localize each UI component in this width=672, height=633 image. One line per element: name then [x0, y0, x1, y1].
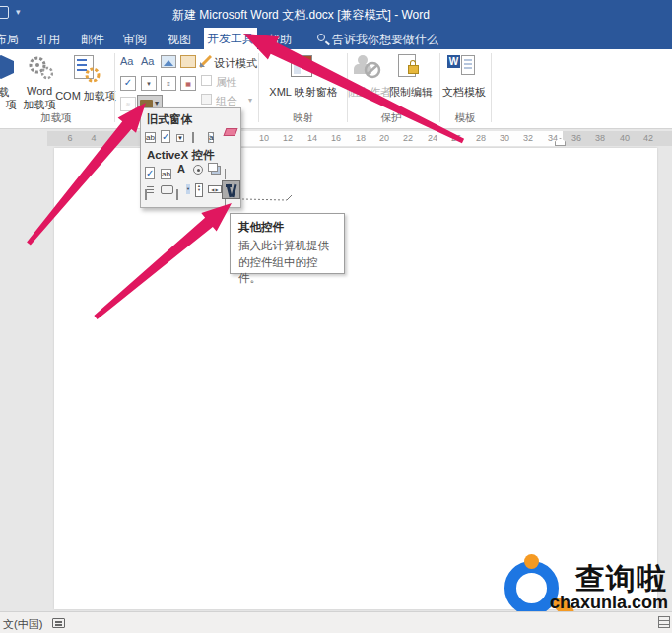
ruler-number: 42 — [641, 133, 655, 143]
properties-icon — [201, 75, 212, 86]
title-bar: ▾ 新建 Microsoft Word 文档.docx [兼容模式] - Wor… — [0, 0, 672, 28]
ruler-number: 20 — [377, 133, 391, 143]
form-field-shading-button[interactable]: a — [208, 126, 223, 141]
design-mode-button[interactable]: 设计模式 — [199, 55, 256, 70]
tab-mailings[interactable]: 邮件 — [81, 32, 104, 48]
building-block-gallery-button[interactable] — [180, 55, 196, 68]
repeating-section-control-button[interactable]: ≋ — [120, 97, 136, 111]
tab-layout[interactable]: 布局 — [0, 32, 19, 48]
dropdown-list-control-button[interactable]: ≡ — [161, 76, 176, 91]
activex-scrollbar-horizontal-button[interactable]: ◀ ▶ — [208, 185, 223, 200]
document-template-label: 文档模板 — [439, 85, 489, 100]
activex-checkbox-button[interactable]: ✓ — [145, 163, 160, 177]
picture-control-button[interactable] — [161, 55, 176, 68]
design-mode-icon — [199, 55, 212, 68]
date-picker-control-button[interactable]: ▦ — [180, 76, 196, 91]
activex-command-button[interactable] — [161, 185, 175, 200]
status-bar: 文(中国) — [0, 611, 672, 633]
activex-combobox-button[interactable]: ▼ — [176, 183, 191, 198]
ribbon-developer: 载 项 Word 加载项 COM 加载项 加载项 Aa Aa ✓ ▼ ≡ ▦ ≋… — [0, 49, 672, 129]
group-separator — [258, 53, 259, 122]
ruler-number: 6 — [63, 133, 77, 143]
checkbox-control-button[interactable]: ✓ — [120, 76, 136, 91]
word-addins-button[interactable]: Word 加载项 — [21, 53, 58, 114]
group-button[interactable]: 组合 ▾ — [201, 93, 258, 107]
tab-developer[interactable]: 开发工具 — [204, 28, 257, 49]
more-controls-tooltip: 其他控件 插入此计算机提供的控件组中的控件。 — [230, 213, 345, 274]
block-authors-prohibit-icon — [364, 61, 381, 79]
com-addins-button[interactable]: COM 加载项 — [59, 53, 112, 114]
ruler-number: 10 — [257, 133, 271, 143]
reset-form-fields-eraser-icon[interactable] — [225, 128, 239, 143]
ruler-number: 40 — [618, 133, 632, 143]
activex-scrollbar-vertical-button[interactable]: ▲▼ — [192, 183, 207, 198]
addins-group-label: 加载项 — [25, 111, 88, 125]
ruler-number: 14 — [305, 133, 319, 143]
group-label-text: 组合 — [216, 94, 237, 108]
document-template-button[interactable]: W 文档模板 — [441, 53, 487, 114]
com-addins-gear-icon — [85, 67, 101, 83]
window-title: 新建 Microsoft Word 文档.docx [兼容模式] - Word — [172, 7, 430, 24]
combo-box-control-button[interactable]: ▼ — [141, 76, 157, 91]
activex-image-button[interactable] — [208, 163, 223, 177]
quick-access-caret-icon[interactable]: ▾ — [16, 7, 21, 17]
watermark-domain: chaxunla.com — [550, 593, 668, 613]
xml-mapping-icon — [291, 55, 312, 77]
word-addins-gears-icon — [28, 55, 53, 81]
xml-mapping-pane-button[interactable]: XML 映射窗格 — [262, 53, 345, 114]
tab-help[interactable]: 帮助 — [268, 32, 292, 48]
com-addins-label: COM 加载项 — [53, 89, 118, 104]
text-form-field-button[interactable]: ab — [145, 126, 160, 141]
status-grid-icon[interactable] — [658, 616, 670, 628]
xml-mapping-label: XML 映射窗格 — [262, 85, 345, 100]
protect-group-label: 保护 — [370, 111, 413, 125]
ruler-number: 30 — [498, 133, 511, 143]
legacy-forms-header: 旧式窗体 — [147, 112, 192, 127]
search-icon — [317, 34, 325, 41]
properties-button[interactable]: 属性 — [201, 74, 258, 89]
activex-spin-button[interactable]: ▲▼ — [225, 163, 239, 177]
more-controls-button[interactable] — [225, 183, 239, 198]
watermark-logo-dot-icon — [524, 554, 539, 569]
ruler-number: 24 — [426, 133, 439, 143]
activex-option-button[interactable] — [193, 165, 208, 179]
block-authors-button[interactable]: 阻止作者 — [350, 53, 389, 114]
tab-review[interactable]: 审阅 — [123, 32, 147, 48]
tooltip-body: 插入此计算机提供的控件组中的控件。 — [238, 238, 339, 287]
restrict-editing-button[interactable]: 限制编辑 — [386, 53, 436, 114]
group-icon — [201, 94, 212, 105]
ruler-number: 26 — [449, 133, 463, 143]
template-doc-icon — [461, 55, 475, 75]
word-logo-icon: W — [447, 55, 460, 68]
restrict-editing-lock-icon — [408, 65, 419, 74]
ruler-number: 2 — [111, 133, 125, 143]
rich-text-control-button[interactable]: Aa — [120, 55, 133, 67]
insert-frame-button[interactable] — [192, 126, 207, 141]
activex-controls-header: ActiveX 控件 — [147, 148, 214, 163]
design-mode-label: 设计模式 — [214, 56, 257, 71]
group-separator — [491, 53, 492, 122]
dropdown-form-field-button[interactable]: ▼ — [176, 126, 191, 141]
tooltip-title: 其他控件 — [238, 220, 284, 235]
legacy-tools-caret-icon: ▾ — [155, 99, 159, 107]
activex-listbox-button[interactable] — [145, 183, 160, 198]
group-caret-icon: ▾ — [248, 96, 252, 105]
activex-textbox-button[interactable]: ab — [161, 163, 175, 177]
keyboard-input-icon[interactable] — [52, 618, 65, 628]
tab-view[interactable]: 视图 — [168, 32, 191, 48]
addins-store-label-2: 项 — [0, 98, 20, 112]
activex-label-button[interactable]: A — [177, 163, 192, 177]
tell-me-search[interactable]: 告诉我你想要做什么 — [332, 32, 438, 48]
quick-access-save-icon[interactable] — [0, 6, 9, 19]
checkbox-form-field-button[interactable]: ✓ — [161, 126, 175, 141]
addins-store-button[interactable]: 载 项 — [0, 53, 20, 114]
status-language[interactable]: 文(中国) — [3, 617, 42, 632]
properties-label: 属性 — [216, 75, 237, 90]
templates-group-label: 模板 — [443, 111, 487, 125]
addins-store-icon — [0, 55, 14, 79]
plain-text-control-button[interactable]: Aa — [141, 55, 154, 67]
document-page[interactable] — [54, 148, 657, 609]
ruler-number: 12 — [281, 133, 295, 143]
tab-references[interactable]: 引用 — [36, 32, 60, 48]
ruler-number: 4 — [87, 133, 101, 143]
